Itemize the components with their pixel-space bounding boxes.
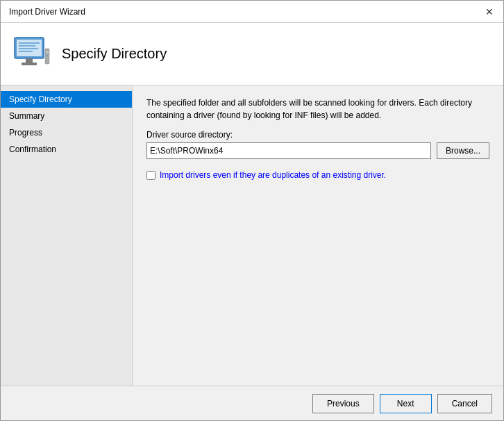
header-section: Specify Directory [1,23,503,85]
directory-input[interactable] [146,142,431,159]
sidebar-item-progress[interactable]: Progress [1,124,132,141]
duplicate-checkbox[interactable] [146,171,156,180]
checkbox-row: Import drivers even if they are duplicat… [146,170,489,180]
svg-point-10 [47,55,48,56]
previous-button[interactable]: Previous [312,394,374,413]
svg-rect-1 [17,40,42,56]
title-bar: Import Driver Wizard ✕ [1,1,503,23]
browse-button[interactable]: Browse... [437,142,489,159]
sidebar-item-confirmation[interactable]: Confirmation [1,141,132,158]
sidebar-item-summary[interactable]: Summary [1,108,132,124]
sidebar: Specify Directory Summary Progress Confi… [1,85,133,386]
main-area: Specify Directory Summary Progress Confi… [1,85,503,386]
description-text: The specified folder and all subfolders … [146,97,489,122]
window-title: Import Driver Wizard [9,7,85,17]
title-bar-left: Import Driver Wizard [9,7,85,17]
field-row: Browse... [146,142,489,159]
cancel-button[interactable]: Cancel [437,394,492,413]
svg-rect-6 [26,58,33,63]
svg-rect-7 [22,63,37,65]
next-button[interactable]: Next [380,394,432,413]
wizard-window: Import Driver Wizard ✕ [0,0,504,421]
header-title: Specify Directory [62,46,167,62]
footer: Previous Next Cancel [1,386,503,420]
field-label: Driver source directory: [146,130,489,140]
computer-icon [12,35,51,74]
close-button[interactable]: ✕ [484,6,495,17]
directory-field-group: Driver source directory: Browse... [146,130,489,159]
content-area: The specified folder and all subfolders … [133,85,503,386]
svg-rect-9 [46,51,49,53]
sidebar-item-specify-directory[interactable]: Specify Directory [1,91,132,108]
duplicate-checkbox-label[interactable]: Import drivers even if they are duplicat… [160,170,386,180]
